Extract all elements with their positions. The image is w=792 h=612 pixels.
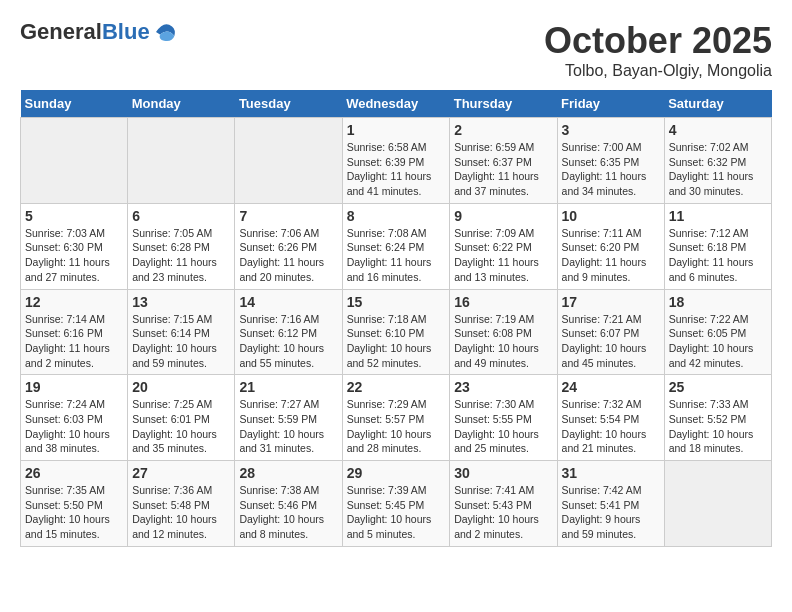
day-info: Sunrise: 7:33 AM Sunset: 5:52 PM Dayligh… xyxy=(669,397,767,456)
day-number: 19 xyxy=(25,379,123,395)
day-number: 30 xyxy=(454,465,552,481)
calendar-cell: 1Sunrise: 6:58 AM Sunset: 6:39 PM Daylig… xyxy=(342,118,450,204)
logo-general-text: General xyxy=(20,19,102,44)
calendar-week-row: 26Sunrise: 7:35 AM Sunset: 5:50 PM Dayli… xyxy=(21,461,772,547)
logo: GeneralBlue xyxy=(20,20,176,44)
calendar-cell: 9Sunrise: 7:09 AM Sunset: 6:22 PM Daylig… xyxy=(450,203,557,289)
calendar-cell: 25Sunrise: 7:33 AM Sunset: 5:52 PM Dayli… xyxy=(664,375,771,461)
day-info: Sunrise: 7:32 AM Sunset: 5:54 PM Dayligh… xyxy=(562,397,660,456)
calendar-cell: 6Sunrise: 7:05 AM Sunset: 6:28 PM Daylig… xyxy=(128,203,235,289)
day-number: 18 xyxy=(669,294,767,310)
day-info: Sunrise: 7:25 AM Sunset: 6:01 PM Dayligh… xyxy=(132,397,230,456)
calendar-cell xyxy=(128,118,235,204)
calendar-cell: 8Sunrise: 7:08 AM Sunset: 6:24 PM Daylig… xyxy=(342,203,450,289)
calendar-cell: 15Sunrise: 7:18 AM Sunset: 6:10 PM Dayli… xyxy=(342,289,450,375)
day-number: 16 xyxy=(454,294,552,310)
day-info: Sunrise: 7:05 AM Sunset: 6:28 PM Dayligh… xyxy=(132,226,230,285)
calendar-week-row: 19Sunrise: 7:24 AM Sunset: 6:03 PM Dayli… xyxy=(21,375,772,461)
calendar-cell: 12Sunrise: 7:14 AM Sunset: 6:16 PM Dayli… xyxy=(21,289,128,375)
day-info: Sunrise: 7:18 AM Sunset: 6:10 PM Dayligh… xyxy=(347,312,446,371)
day-number: 22 xyxy=(347,379,446,395)
calendar-cell: 21Sunrise: 7:27 AM Sunset: 5:59 PM Dayli… xyxy=(235,375,342,461)
calendar-cell: 31Sunrise: 7:42 AM Sunset: 5:41 PM Dayli… xyxy=(557,461,664,547)
day-info: Sunrise: 7:15 AM Sunset: 6:14 PM Dayligh… xyxy=(132,312,230,371)
location: Tolbo, Bayan-Olgiy, Mongolia xyxy=(544,62,772,80)
day-number: 26 xyxy=(25,465,123,481)
day-number: 24 xyxy=(562,379,660,395)
day-info: Sunrise: 7:41 AM Sunset: 5:43 PM Dayligh… xyxy=(454,483,552,542)
calendar-cell: 23Sunrise: 7:30 AM Sunset: 5:55 PM Dayli… xyxy=(450,375,557,461)
calendar-cell: 29Sunrise: 7:39 AM Sunset: 5:45 PM Dayli… xyxy=(342,461,450,547)
calendar-cell: 20Sunrise: 7:25 AM Sunset: 6:01 PM Dayli… xyxy=(128,375,235,461)
calendar-cell: 3Sunrise: 7:00 AM Sunset: 6:35 PM Daylig… xyxy=(557,118,664,204)
calendar-header-row: SundayMondayTuesdayWednesdayThursdayFrid… xyxy=(21,90,772,118)
day-info: Sunrise: 7:22 AM Sunset: 6:05 PM Dayligh… xyxy=(669,312,767,371)
calendar-cell: 18Sunrise: 7:22 AM Sunset: 6:05 PM Dayli… xyxy=(664,289,771,375)
day-info: Sunrise: 7:02 AM Sunset: 6:32 PM Dayligh… xyxy=(669,140,767,199)
day-info: Sunrise: 6:58 AM Sunset: 6:39 PM Dayligh… xyxy=(347,140,446,199)
calendar-cell: 13Sunrise: 7:15 AM Sunset: 6:14 PM Dayli… xyxy=(128,289,235,375)
day-info: Sunrise: 7:38 AM Sunset: 5:46 PM Dayligh… xyxy=(239,483,337,542)
column-header-tuesday: Tuesday xyxy=(235,90,342,118)
day-info: Sunrise: 7:00 AM Sunset: 6:35 PM Dayligh… xyxy=(562,140,660,199)
day-number: 1 xyxy=(347,122,446,138)
day-info: Sunrise: 7:24 AM Sunset: 6:03 PM Dayligh… xyxy=(25,397,123,456)
day-info: Sunrise: 7:19 AM Sunset: 6:08 PM Dayligh… xyxy=(454,312,552,371)
calendar-cell: 26Sunrise: 7:35 AM Sunset: 5:50 PM Dayli… xyxy=(21,461,128,547)
day-info: Sunrise: 7:11 AM Sunset: 6:20 PM Dayligh… xyxy=(562,226,660,285)
day-info: Sunrise: 6:59 AM Sunset: 6:37 PM Dayligh… xyxy=(454,140,552,199)
day-info: Sunrise: 7:14 AM Sunset: 6:16 PM Dayligh… xyxy=(25,312,123,371)
day-number: 31 xyxy=(562,465,660,481)
day-number: 13 xyxy=(132,294,230,310)
day-info: Sunrise: 7:06 AM Sunset: 6:26 PM Dayligh… xyxy=(239,226,337,285)
calendar-cell: 14Sunrise: 7:16 AM Sunset: 6:12 PM Dayli… xyxy=(235,289,342,375)
calendar-cell xyxy=(21,118,128,204)
day-number: 14 xyxy=(239,294,337,310)
logo-blue-text: Blue xyxy=(102,19,150,44)
day-number: 3 xyxy=(562,122,660,138)
calendar-week-row: 12Sunrise: 7:14 AM Sunset: 6:16 PM Dayli… xyxy=(21,289,772,375)
day-info: Sunrise: 7:29 AM Sunset: 5:57 PM Dayligh… xyxy=(347,397,446,456)
column-header-friday: Friday xyxy=(557,90,664,118)
day-number: 27 xyxy=(132,465,230,481)
month-title: October 2025 xyxy=(544,20,772,62)
calendar-cell: 10Sunrise: 7:11 AM Sunset: 6:20 PM Dayli… xyxy=(557,203,664,289)
day-number: 29 xyxy=(347,465,446,481)
calendar-cell: 17Sunrise: 7:21 AM Sunset: 6:07 PM Dayli… xyxy=(557,289,664,375)
calendar-cell: 11Sunrise: 7:12 AM Sunset: 6:18 PM Dayli… xyxy=(664,203,771,289)
day-number: 10 xyxy=(562,208,660,224)
day-number: 28 xyxy=(239,465,337,481)
day-number: 11 xyxy=(669,208,767,224)
column-header-saturday: Saturday xyxy=(664,90,771,118)
column-header-thursday: Thursday xyxy=(450,90,557,118)
day-number: 2 xyxy=(454,122,552,138)
logo-icon xyxy=(152,20,176,44)
day-number: 7 xyxy=(239,208,337,224)
calendar-cell xyxy=(664,461,771,547)
day-info: Sunrise: 7:09 AM Sunset: 6:22 PM Dayligh… xyxy=(454,226,552,285)
column-header-wednesday: Wednesday xyxy=(342,90,450,118)
day-info: Sunrise: 7:16 AM Sunset: 6:12 PM Dayligh… xyxy=(239,312,337,371)
day-info: Sunrise: 7:42 AM Sunset: 5:41 PM Dayligh… xyxy=(562,483,660,542)
day-info: Sunrise: 7:27 AM Sunset: 5:59 PM Dayligh… xyxy=(239,397,337,456)
day-info: Sunrise: 7:35 AM Sunset: 5:50 PM Dayligh… xyxy=(25,483,123,542)
day-info: Sunrise: 7:21 AM Sunset: 6:07 PM Dayligh… xyxy=(562,312,660,371)
day-info: Sunrise: 7:08 AM Sunset: 6:24 PM Dayligh… xyxy=(347,226,446,285)
calendar-cell: 28Sunrise: 7:38 AM Sunset: 5:46 PM Dayli… xyxy=(235,461,342,547)
day-number: 6 xyxy=(132,208,230,224)
calendar-cell: 30Sunrise: 7:41 AM Sunset: 5:43 PM Dayli… xyxy=(450,461,557,547)
day-number: 5 xyxy=(25,208,123,224)
calendar-cell: 7Sunrise: 7:06 AM Sunset: 6:26 PM Daylig… xyxy=(235,203,342,289)
column-header-monday: Monday xyxy=(128,90,235,118)
column-header-sunday: Sunday xyxy=(21,90,128,118)
day-info: Sunrise: 7:03 AM Sunset: 6:30 PM Dayligh… xyxy=(25,226,123,285)
calendar-cell: 22Sunrise: 7:29 AM Sunset: 5:57 PM Dayli… xyxy=(342,375,450,461)
calendar-cell xyxy=(235,118,342,204)
calendar-cell: 2Sunrise: 6:59 AM Sunset: 6:37 PM Daylig… xyxy=(450,118,557,204)
page-header: GeneralBlue October 2025 Tolbo, Bayan-Ol… xyxy=(20,20,772,80)
day-number: 12 xyxy=(25,294,123,310)
calendar-table: SundayMondayTuesdayWednesdayThursdayFrid… xyxy=(20,90,772,547)
day-number: 21 xyxy=(239,379,337,395)
calendar-cell: 24Sunrise: 7:32 AM Sunset: 5:54 PM Dayli… xyxy=(557,375,664,461)
calendar-cell: 19Sunrise: 7:24 AM Sunset: 6:03 PM Dayli… xyxy=(21,375,128,461)
